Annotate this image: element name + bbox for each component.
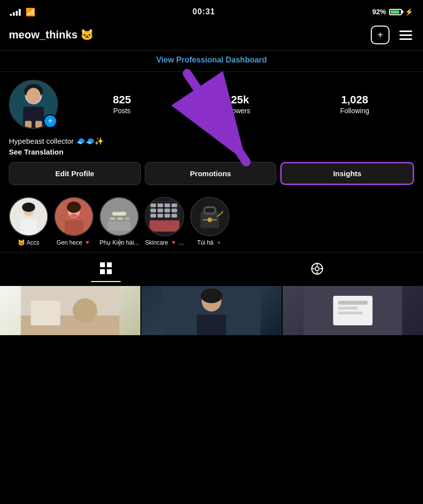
story-circle-5 (190, 197, 229, 236)
edit-profile-label: Edit Profile (55, 169, 94, 178)
posts-grid (0, 286, 423, 335)
story-circle-1 (9, 197, 48, 236)
stories-row: 🐱 Accs Gen hece 🔻 (0, 193, 423, 248)
svg-rect-28 (164, 203, 170, 207)
svg-rect-29 (171, 203, 177, 207)
story-thumbnail-3 (100, 198, 138, 235)
following-count: 1,028 (340, 94, 369, 106)
story-item-3[interactable]: Phụ Kiện hài... (99, 197, 139, 246)
svg-rect-23 (107, 221, 131, 231)
svg-rect-48 (107, 269, 112, 274)
svg-point-11 (22, 203, 35, 212)
svg-rect-30 (151, 209, 156, 213)
followers-count: 3,25k (221, 94, 250, 106)
battery-icon (389, 9, 402, 15)
grid-thumb-3[interactable] (283, 286, 423, 335)
svg-rect-22 (125, 218, 130, 220)
insights-label: Insights (333, 169, 361, 178)
svg-rect-37 (171, 214, 177, 218)
svg-rect-47 (100, 269, 105, 274)
header-actions: + (371, 26, 414, 44)
action-buttons: Edit Profile Promotions Insights (0, 162, 423, 193)
battery-area: 92% ⚡ (372, 8, 413, 16)
story-thumbnail-4 (146, 198, 183, 235)
svg-rect-12 (20, 219, 37, 235)
wifi-icon: 📶 (26, 7, 35, 17)
edit-profile-button[interactable]: Edit Profile (9, 162, 141, 185)
grid-thumb-2[interactable] (141, 286, 282, 335)
svg-rect-34 (151, 214, 156, 218)
menu-line-2 (399, 34, 412, 36)
promotions-label: Promotions (190, 169, 231, 178)
profile-info: + 825 Posts 3,25k Followers 1,028 Follow… (0, 72, 423, 133)
svg-rect-36 (164, 214, 170, 218)
svg-rect-26 (151, 203, 156, 207)
followers-stat[interactable]: 3,25k Followers (221, 94, 250, 115)
svg-rect-33 (171, 209, 177, 213)
story-label-3: Phụ Kiện hài... (99, 239, 139, 246)
followers-label: Followers (221, 107, 250, 115)
story-item-1[interactable]: 🐱 Accs (9, 197, 48, 246)
svg-rect-61 (197, 315, 227, 335)
charging-icon: ⚡ (405, 8, 413, 16)
story-image-3 (100, 197, 138, 236)
posts-stat[interactable]: 825 Posts (113, 94, 131, 115)
profile-header: meow_thinks 🐱 + (0, 22, 423, 50)
svg-rect-21 (117, 218, 123, 220)
svg-point-15 (67, 202, 81, 213)
menu-button[interactable] (397, 29, 414, 42)
add-content-button[interactable]: + (371, 26, 390, 44)
svg-rect-6 (35, 121, 42, 128)
svg-rect-46 (107, 262, 112, 267)
grid-tab[interactable] (91, 258, 121, 282)
story-item-5[interactable]: Túi hà 🔹 (190, 197, 229, 246)
svg-rect-66 (338, 307, 358, 310)
story-label-5: Túi hà 🔹 (197, 239, 223, 246)
action-section: Edit Profile Promotions Insights (0, 162, 423, 193)
svg-point-3 (27, 88, 41, 104)
svg-point-62 (201, 288, 223, 303)
following-stat[interactable]: 1,028 Following (340, 94, 369, 115)
story-item-4[interactable]: Skincare 🔻 ... (145, 197, 184, 246)
story-label-1: 🐱 Accs (18, 239, 39, 246)
svg-rect-31 (158, 209, 163, 213)
username-display: meow_thinks 🐱 (9, 29, 94, 41)
svg-rect-16 (65, 220, 83, 235)
menu-line-3 (399, 38, 412, 40)
svg-rect-19 (112, 212, 127, 216)
story-image-2 (55, 197, 93, 236)
grid-thumb-1[interactable] (0, 286, 140, 335)
story-circle-3 (99, 197, 139, 236)
svg-point-17 (70, 214, 77, 218)
svg-rect-38 (150, 220, 180, 232)
story-circle-4 (145, 197, 184, 236)
tagged-icon (310, 262, 324, 276)
profile-stats: 825 Posts 3,25k Followers 1,028 Followin… (68, 94, 414, 115)
pro-dashboard-link[interactable]: View Professional Dashboard (156, 56, 267, 64)
insights-button[interactable]: Insights (280, 162, 414, 185)
story-thumbnail-2 (55, 198, 93, 235)
story-label-4: Skincare 🔻 ... (145, 239, 184, 246)
story-thumbnail-1 (10, 198, 47, 235)
signal-icon (10, 8, 21, 16)
story-image-1 (10, 197, 47, 236)
status-bar: 📶 00:31 92% ⚡ (0, 0, 423, 22)
see-translation-button[interactable]: See Translation (9, 148, 414, 156)
pro-dashboard-banner[interactable]: View Professional Dashboard (0, 50, 423, 72)
tagged-tab[interactable] (302, 259, 332, 282)
svg-rect-27 (158, 203, 163, 207)
avatar-container: + (9, 80, 58, 129)
svg-point-58 (73, 298, 98, 323)
grid-image-1 (0, 286, 140, 335)
plus-icon: + (377, 30, 383, 41)
story-circle-2 (54, 197, 94, 236)
bio-section: Hypebeast collector 🧢🧢✨ See Translation (0, 133, 423, 162)
add-story-button[interactable]: + (43, 114, 57, 128)
svg-rect-65 (338, 301, 368, 305)
svg-rect-32 (164, 209, 170, 213)
svg-rect-20 (110, 218, 115, 220)
story-thumbnail-5 (191, 198, 228, 235)
promotions-button[interactable]: Promotions (145, 162, 277, 185)
svg-rect-45 (100, 262, 105, 267)
story-item-2[interactable]: Gen hece 🔻 (54, 197, 94, 246)
